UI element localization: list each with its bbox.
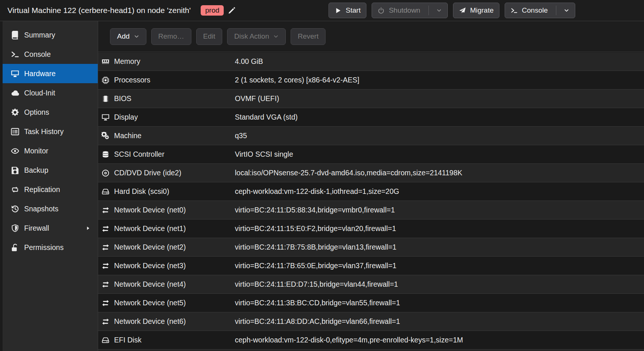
- table-row[interactable]: EFI Diskceph-workload:vm-122-disk-0,efit…: [98, 331, 644, 350]
- table-row[interactable]: DisplayStandard VGA (std): [98, 108, 644, 127]
- sidebar-item-console[interactable]: Console: [0, 45, 98, 64]
- power-icon: [378, 7, 385, 14]
- pencil-icon[interactable]: [228, 7, 236, 14]
- sidebar-item-label: Summary: [24, 31, 55, 39]
- table-row[interactable]: Network Device (net6)virtio=BC:24:11:A8:…: [98, 312, 644, 331]
- exchange-icon: [101, 206, 110, 214]
- hardware-row-label: Machine: [114, 131, 142, 140]
- hardware-row-device-cell: Memory: [98, 57, 235, 66]
- vm-tag[interactable]: prod: [201, 5, 224, 16]
- add-button[interactable]: Add: [110, 28, 146, 45]
- migrate-button[interactable]: Migrate: [453, 3, 499, 18]
- table-row[interactable]: Network Device (net1)virtio=BC:24:11:15:…: [98, 220, 644, 238]
- sidebar: SummaryConsoleHardwareCloud-InitOptionsT…: [0, 21, 98, 351]
- start-button[interactable]: Start: [329, 3, 366, 18]
- remo-button[interactable]: Remo…: [151, 28, 191, 45]
- hdd-icon: [101, 336, 110, 344]
- sidebar-item-permissions[interactable]: Permissions: [0, 238, 98, 257]
- table-row[interactable]: Network Device (net2)virtio=BC:24:11:7B:…: [98, 238, 644, 257]
- table-row[interactable]: Hard Disk (scsi0)ceph-workload:vm-122-di…: [98, 182, 644, 201]
- replication-arrows-icon: [11, 185, 19, 194]
- hardware-row-device-cell: Network Device (net3): [98, 261, 235, 270]
- hardware-row-label: Network Device (net0): [114, 206, 186, 214]
- hardware-row-label: Network Device (net4): [114, 280, 186, 289]
- exchange-icon: [101, 225, 110, 233]
- table-row[interactable]: Memory4.00 GiB: [98, 52, 644, 71]
- sidebar-item-hardware[interactable]: Hardware: [0, 64, 98, 83]
- gear-icon: [11, 108, 19, 117]
- split-divider: [428, 6, 429, 15]
- hardware-row-label: SCSI Controller: [114, 150, 164, 159]
- header-actions: StartShutdownMigrateConsole: [329, 3, 575, 18]
- chevron-down-icon: [436, 8, 442, 13]
- console-button[interactable]: Console: [505, 3, 575, 18]
- hardware-table: Memory4.00 GiBProcessors2 (1 sockets, 2 …: [98, 52, 644, 351]
- hardware-row-device-cell: Hard Disk (scsi0): [98, 187, 235, 196]
- exchange-icon: [101, 262, 110, 270]
- sidebar-item-monitor[interactable]: Monitor: [0, 141, 98, 160]
- hardware-row-label: Network Device (net2): [114, 243, 186, 251]
- table-row[interactable]: Network Device (net4)virtio=BC:24:11:ED:…: [98, 275, 644, 294]
- sidebar-item-cloud-init[interactable]: Cloud-Init: [0, 83, 98, 103]
- book-icon: [11, 31, 19, 39]
- hardware-row-label: EFI Disk: [114, 336, 142, 344]
- button-label: Remo…: [158, 32, 184, 40]
- sidebar-item-label: Task History: [24, 127, 64, 136]
- chevron-down-icon: [564, 8, 569, 13]
- exchange-icon: [101, 280, 110, 289]
- sidebar-item-replication[interactable]: Replication: [0, 180, 98, 199]
- hardware-row-value: virtio=BC:24:11:D5:88:34,bridge=vmbr0,fi…: [235, 206, 395, 214]
- disc-icon: [101, 169, 110, 177]
- eye-icon: [11, 147, 19, 155]
- hdd-icon: [101, 188, 110, 196]
- table-row[interactable]: Network Device (net3)virtio=BC:24:11:7B:…: [98, 257, 644, 275]
- sidebar-item-snapshots[interactable]: Snapshots: [0, 199, 98, 218]
- caret-right-icon: [85, 225, 91, 231]
- table-row[interactable]: Network Device (net5)virtio=BC:24:11:3B:…: [98, 294, 644, 312]
- desktop-icon: [101, 113, 110, 121]
- content-panel: AddRemo…EditDisk ActionRevert Memory4.00…: [98, 21, 644, 351]
- shutdown-button[interactable]: Shutdown: [372, 3, 448, 18]
- hardware-row-value: 4.00 GiB: [235, 57, 263, 66]
- hardware-row-value: OVMF (UEFI): [235, 94, 279, 103]
- hardware-row-device-cell: SCSI Controller: [98, 150, 235, 159]
- unlock-icon: [11, 243, 19, 252]
- table-row[interactable]: Machineq35: [98, 127, 644, 145]
- sidebar-item-firewall[interactable]: Firewall: [0, 218, 98, 238]
- table-row[interactable]: Network Device (net0)virtio=BC:24:11:D5:…: [98, 201, 644, 220]
- hardware-row-label: Network Device (net1): [114, 224, 186, 233]
- sidebar-item-options[interactable]: Options: [0, 103, 98, 122]
- hardware-row-label: CD/DVD Drive (ide2): [114, 169, 181, 177]
- sidebar-item-backup[interactable]: Backup: [0, 160, 98, 180]
- revert-button[interactable]: Revert: [291, 28, 326, 45]
- sidebar-item-label: Monitor: [24, 147, 48, 155]
- hardware-row-value: q35: [235, 131, 247, 140]
- hardware-row-value: ceph-workload:vm-122-disk-0,efitype=4m,p…: [235, 336, 463, 344]
- hardware-row-value: virtio=BC:24:11:3B:BC:CD,bridge=vlan55,f…: [235, 299, 400, 307]
- database-icon: [101, 150, 110, 159]
- sidebar-item-label: Hardware: [24, 69, 56, 78]
- table-row[interactable]: BIOSOVMF (UEFI): [98, 90, 644, 108]
- button-label: Edit: [203, 32, 216, 40]
- button-label: Start: [346, 6, 360, 14]
- hardware-row-label: BIOS: [114, 94, 132, 103]
- table-row[interactable]: CD/DVD Drive (ide2)local:iso/OPNsense-25…: [98, 164, 644, 182]
- edit-button[interactable]: Edit: [196, 28, 223, 45]
- disk-action-button[interactable]: Disk Action: [227, 28, 286, 45]
- exchange-icon: [101, 318, 110, 326]
- hardware-row-label: Hard Disk (scsi0): [114, 187, 169, 196]
- table-row[interactable]: Processors2 (1 sockets, 2 cores) [x86-64…: [98, 71, 644, 90]
- hardware-row-label: Display: [114, 113, 138, 121]
- table-row[interactable]: SCSI ControllerVirtIO SCSI single: [98, 145, 644, 164]
- exchange-icon: [101, 299, 110, 307]
- sidebar-item-summary[interactable]: Summary: [0, 25, 98, 45]
- hardware-row-device-cell: BIOS: [98, 94, 235, 103]
- page-title: Virtual Machine 122 (cerbere-head1) on n…: [7, 6, 191, 15]
- hardware-row-device-cell: CD/DVD Drive (ide2): [98, 169, 235, 177]
- hardware-row-device-cell: Network Device (net1): [98, 224, 235, 233]
- hardware-row-value: virtio=BC:24:11:ED:D7:15,bridge=vlan44,f…: [235, 280, 398, 289]
- hardware-row-device-cell: Machine: [98, 131, 235, 140]
- sidebar-item-label: Console: [24, 50, 51, 59]
- sidebar-item-task-history[interactable]: Task History: [0, 122, 98, 141]
- toolbar: AddRemo…EditDisk ActionRevert: [98, 21, 644, 52]
